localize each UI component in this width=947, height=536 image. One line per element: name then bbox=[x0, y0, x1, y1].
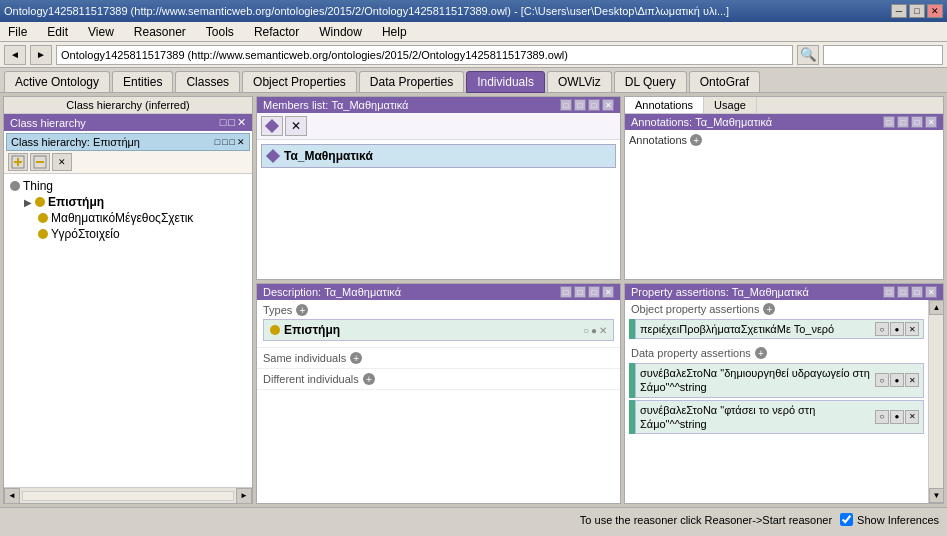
obj-view-0[interactable]: ● bbox=[890, 322, 904, 336]
tab-data-properties[interactable]: Data Properties bbox=[359, 71, 464, 92]
math-label[interactable]: ΜαθηματικόΜέγεθοςΣχετικ bbox=[51, 211, 193, 225]
data-edit-0[interactable]: ○ bbox=[875, 373, 889, 387]
hierarchy-icon-1[interactable]: □ bbox=[220, 116, 227, 129]
prop-icon-2[interactable]: □ bbox=[897, 286, 909, 298]
bottom-row: Description: Τα_Μαθηματικά □ □ □ ✕ Types… bbox=[256, 283, 944, 504]
data-edit-1[interactable]: ○ bbox=[875, 410, 889, 424]
annotations-tab[interactable]: Annotations bbox=[625, 97, 704, 113]
minimize-button[interactable]: ─ bbox=[891, 4, 907, 18]
obj-remove-0[interactable]: ✕ bbox=[905, 322, 919, 336]
members-diamond-button[interactable] bbox=[261, 116, 283, 136]
data-view-0[interactable]: ● bbox=[890, 373, 904, 387]
epistimi-label[interactable]: Επιστήμη bbox=[48, 195, 104, 209]
ann-icon-2[interactable]: □ bbox=[897, 116, 909, 128]
prop-close-icon[interactable]: ✕ bbox=[925, 286, 937, 298]
types-add-button[interactable]: + bbox=[296, 304, 308, 316]
desc-icon-2[interactable]: □ bbox=[574, 286, 586, 298]
member-item[interactable]: Τα_Μαθηματικά bbox=[261, 144, 616, 168]
ann-icon-1[interactable]: □ bbox=[883, 116, 895, 128]
tab-dl-query[interactable]: DL Query bbox=[614, 71, 687, 92]
tab-object-properties[interactable]: Object Properties bbox=[242, 71, 357, 92]
scroll-right-button[interactable]: ► bbox=[236, 488, 252, 504]
data-prop-text-0: συνέβαλεΣτοΝα "δημιουργηθεί υδραγωγείο σ… bbox=[640, 366, 875, 395]
same-individuals-text: Same individuals bbox=[263, 352, 346, 364]
scroll-left-button[interactable]: ◄ bbox=[4, 488, 20, 504]
same-individuals-add-button[interactable]: + bbox=[350, 352, 362, 364]
hierarchy-close-icon[interactable]: ✕ bbox=[237, 116, 246, 129]
forward-button[interactable]: ► bbox=[30, 45, 52, 65]
annotations-text: Annotations bbox=[629, 134, 687, 146]
prop-icon-1[interactable]: □ bbox=[883, 286, 895, 298]
description-title-icons: □ □ □ ✕ bbox=[560, 286, 614, 298]
tab-entities[interactable]: Entities bbox=[112, 71, 173, 92]
maximize-button[interactable]: □ bbox=[909, 4, 925, 18]
ch-clear-button[interactable]: ✕ bbox=[52, 153, 72, 171]
menu-help[interactable]: Help bbox=[378, 25, 411, 39]
property-assertions-title-bar: Property assertions: Τα_Μαθηματικά □ □ □… bbox=[625, 284, 943, 300]
members-title-bar: Members list: Τα_Μαθηματικά □ □ □ ✕ bbox=[257, 97, 620, 113]
prop-assertions-inner: Object property assertions + περιέχειΠρο… bbox=[625, 300, 943, 503]
annotations-title: Annotations: Τα_Μαθηματικά bbox=[631, 116, 772, 128]
types-section: Types + Επιστήμη ○ ● ✕ bbox=[257, 300, 620, 348]
members-icon-2[interactable]: □ bbox=[574, 99, 586, 111]
search-input[interactable] bbox=[823, 45, 943, 65]
menu-file[interactable]: File bbox=[4, 25, 31, 39]
search-icon-button[interactable]: 🔍 bbox=[797, 45, 819, 65]
members-icon-3[interactable]: □ bbox=[588, 99, 600, 111]
scroll-track-horizontal[interactable] bbox=[22, 491, 234, 501]
data-view-1[interactable]: ● bbox=[890, 410, 904, 424]
tab-ontograf[interactable]: OntoGraf bbox=[689, 71, 760, 92]
active-class-icon3: □ bbox=[230, 137, 235, 147]
obj-prop-text-0: περιέχειΠροβλήματαΣχετικάΜε Το_νερό bbox=[640, 323, 834, 335]
usage-tab[interactable]: Usage bbox=[704, 97, 757, 113]
menu-reasoner[interactable]: Reasoner bbox=[130, 25, 190, 39]
tab-individuals[interactable]: Individuals bbox=[466, 71, 545, 93]
type-edit-icon[interactable]: ○ bbox=[583, 325, 589, 336]
object-prop-add-button[interactable]: + bbox=[763, 303, 775, 315]
data-prop-content-0: συνέβαλεΣτοΝα "δημιουργηθεί υδραγωγείο σ… bbox=[635, 363, 924, 398]
ann-icon-3[interactable]: □ bbox=[911, 116, 923, 128]
close-button[interactable]: ✕ bbox=[927, 4, 943, 18]
ann-close-icon[interactable]: ✕ bbox=[925, 116, 937, 128]
data-remove-1[interactable]: ✕ bbox=[905, 410, 919, 424]
tab-active-ontology[interactable]: Active Ontology bbox=[4, 71, 110, 92]
scroll-up-button[interactable]: ▲ bbox=[929, 300, 943, 315]
tab-owlviz[interactable]: OWLViz bbox=[547, 71, 612, 92]
desc-icon-3[interactable]: □ bbox=[588, 286, 600, 298]
members-icon-1[interactable]: □ bbox=[560, 99, 572, 111]
prop-icon-3[interactable]: □ bbox=[911, 286, 923, 298]
tab-classes[interactable]: Classes bbox=[175, 71, 240, 92]
menu-view[interactable]: View bbox=[84, 25, 118, 39]
different-individuals-text: Different individuals bbox=[263, 373, 359, 385]
annotations-add-button[interactable]: + bbox=[690, 134, 702, 146]
ch-remove-button[interactable] bbox=[30, 153, 50, 171]
data-prop-add-button[interactable]: + bbox=[755, 347, 767, 359]
desc-icon-1[interactable]: □ bbox=[560, 286, 572, 298]
menu-refactor[interactable]: Refactor bbox=[250, 25, 303, 39]
different-individuals-add-button[interactable]: + bbox=[363, 373, 375, 385]
description-title: Description: Τα_Μαθηματικά bbox=[263, 286, 401, 298]
scroll-down-button[interactable]: ▼ bbox=[929, 488, 943, 503]
math-dot bbox=[38, 213, 48, 223]
scroll-track-vertical[interactable] bbox=[929, 315, 943, 488]
ygro-label[interactable]: ΥγρόΣτοιχείο bbox=[51, 227, 120, 241]
hierarchy-icon-2[interactable]: □ bbox=[228, 116, 235, 129]
menu-window[interactable]: Window bbox=[315, 25, 366, 39]
menu-edit[interactable]: Edit bbox=[43, 25, 72, 39]
type-view-icon[interactable]: ● bbox=[591, 325, 597, 336]
menu-tools[interactable]: Tools bbox=[202, 25, 238, 39]
back-button[interactable]: ◄ bbox=[4, 45, 26, 65]
address-input[interactable] bbox=[56, 45, 793, 65]
class-hierarchy-toolbar: ✕ bbox=[4, 151, 252, 174]
obj-edit-0[interactable]: ○ bbox=[875, 322, 889, 336]
members-close-icon[interactable]: ✕ bbox=[602, 99, 614, 111]
property-assertions-title: Property assertions: Τα_Μαθηματικά bbox=[631, 286, 809, 298]
show-inferences-checkbox[interactable] bbox=[840, 513, 853, 526]
thing-label[interactable]: Thing bbox=[23, 179, 53, 193]
ch-add-button[interactable] bbox=[8, 153, 28, 171]
members-remove-button[interactable]: ✕ bbox=[285, 116, 307, 136]
data-remove-0[interactable]: ✕ bbox=[905, 373, 919, 387]
address-bar: ◄ ► 🔍 bbox=[0, 42, 947, 68]
type-remove-icon[interactable]: ✕ bbox=[599, 325, 607, 336]
desc-close-icon[interactable]: ✕ bbox=[602, 286, 614, 298]
